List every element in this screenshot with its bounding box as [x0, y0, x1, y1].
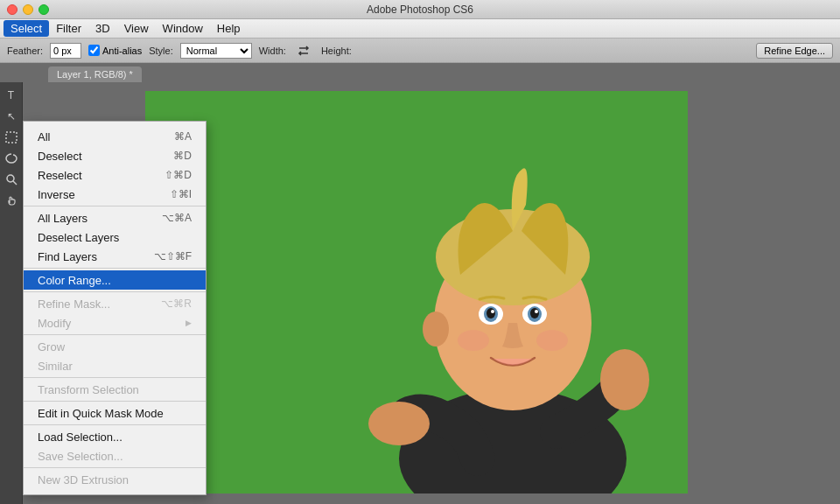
menu-item-refine-mask: Refine Mask... ⌥⌘R: [24, 294, 206, 313]
menu-item-load-selection[interactable]: Load Selection...: [24, 427, 206, 446]
toolbar: T ↖: [0, 82, 23, 504]
menu-item-find-layers[interactable]: Find Layers ⌥⇧⌘F: [24, 247, 206, 266]
lasso-tool[interactable]: [2, 149, 21, 168]
menu-item-color-range[interactable]: Color Range...: [24, 270, 206, 290]
title-bar: Adobe Photoshop CS6: [0, 0, 840, 19]
menu-3d[interactable]: 3D: [88, 20, 117, 37]
anti-alias-label: Anti-alias: [102, 46, 142, 56]
width-label: Width:: [259, 46, 286, 56]
marquee-icon: [5, 131, 18, 144]
menu-item-transform-selection: Transform Selection: [24, 380, 206, 399]
marquee-tool[interactable]: [2, 128, 21, 147]
svg-point-14: [535, 310, 538, 313]
svg-point-15: [458, 330, 489, 351]
svg-point-9: [486, 308, 495, 318]
select-dropdown-menu: All ⌘A Deselect ⌘D Reselect ⇧⌘D Inverse …: [23, 121, 206, 495]
svg-line-2: [13, 181, 17, 185]
child-figure: [145, 91, 688, 494]
refine-edge-button[interactable]: Refine Edge...: [756, 43, 833, 59]
menu-item-inverse[interactable]: Inverse ⇧⌘I: [24, 185, 206, 204]
text-tool[interactable]: T: [2, 86, 21, 105]
swap-icon[interactable]: [297, 45, 311, 57]
menu-item-grow: Grow: [24, 337, 206, 356]
svg-point-10: [491, 310, 494, 313]
dropdown-section-9: New 3D Extrusion: [24, 468, 206, 491]
feather-input[interactable]: [50, 43, 81, 59]
dropdown-section-5: Grow Similar: [24, 335, 206, 378]
traffic-lights: [7, 4, 49, 15]
dropdown-section-8: Load Selection... Save Selection...: [24, 425, 206, 468]
window-title: Adobe Photoshop CS6: [367, 4, 473, 16]
menu-item-deselect[interactable]: Deselect ⌘D: [24, 146, 206, 165]
menu-item-all[interactable]: All ⌘A: [24, 127, 206, 146]
menu-item-reselect[interactable]: Reselect ⇧⌘D: [24, 165, 206, 185]
anti-alias-checkbox[interactable]: Anti-alias: [88, 45, 142, 56]
menu-item-new-3d-extrusion: New 3D Extrusion: [24, 470, 206, 489]
menu-item-save-selection: Save Selection...: [24, 446, 206, 466]
feather-label: Feather:: [7, 46, 43, 56]
style-select[interactable]: Normal Fixed Ratio Fixed Size: [180, 43, 252, 59]
svg-rect-0: [6, 132, 17, 143]
options-bar: Feather: Anti-alias Style: Normal Fixed …: [0, 38, 840, 63]
minimize-button[interactable]: [23, 4, 33, 15]
hand-icon: [5, 194, 18, 206]
menu-item-deselect-layers[interactable]: Deselect Layers: [24, 228, 206, 247]
menu-item-similar: Similar: [24, 356, 206, 375]
menu-item-quick-mask[interactable]: Edit in Quick Mask Mode: [24, 403, 206, 423]
dropdown-section-2: All Layers ⌥⌘A Deselect Layers Find Laye…: [24, 206, 206, 269]
menu-filter[interactable]: Filter: [49, 20, 88, 37]
menu-view[interactable]: View: [117, 20, 156, 37]
zoom-tool[interactable]: [2, 170, 21, 189]
close-button[interactable]: [7, 4, 18, 15]
svg-point-17: [423, 312, 449, 346]
main-area: T ↖: [0, 82, 840, 504]
tab-label: Layer 1, RGB/8) *: [57, 69, 133, 80]
svg-point-19: [600, 349, 649, 410]
menu-window[interactable]: Window: [156, 20, 210, 37]
menu-bar: Select Filter 3D View Window Help: [0, 19, 840, 38]
dropdown-section-7: Edit in Quick Mask Mode: [24, 402, 206, 425]
svg-point-16: [536, 330, 568, 351]
menu-select[interactable]: Select: [4, 20, 49, 37]
svg-point-1: [7, 175, 14, 182]
photo-container: [145, 91, 688, 494]
photo-background: [145, 91, 688, 494]
menu-help[interactable]: Help: [210, 20, 248, 37]
canvas-area: All ⌘A Deselect ⌘D Reselect ⇧⌘D Inverse …: [23, 82, 840, 504]
dropdown-section-4: Refine Mask... ⌥⌘R Modify ▶: [24, 292, 206, 335]
svg-point-13: [530, 308, 539, 318]
svg-point-18: [368, 402, 430, 445]
maximize-button[interactable]: [38, 4, 49, 15]
tab-bar: Layer 1, RGB/8) *: [0, 63, 840, 82]
dropdown-section-3: Color Range...: [24, 269, 206, 292]
height-label: Height:: [321, 46, 352, 56]
hand-tool[interactable]: [2, 191, 21, 210]
lasso-icon: [5, 152, 18, 164]
document-tab[interactable]: Layer 1, RGB/8) *: [48, 66, 142, 82]
dropdown-section-6: Transform Selection: [24, 378, 206, 402]
menu-item-modify: Modify ▶: [24, 313, 206, 332]
style-label: Style:: [149, 46, 173, 56]
menu-item-all-layers[interactable]: All Layers ⌥⌘A: [24, 208, 206, 228]
dropdown-section-1: All ⌘A Deselect ⌘D Reselect ⇧⌘D Inverse …: [24, 125, 206, 206]
select-tool[interactable]: ↖: [2, 107, 21, 126]
zoom-icon: [5, 173, 18, 186]
